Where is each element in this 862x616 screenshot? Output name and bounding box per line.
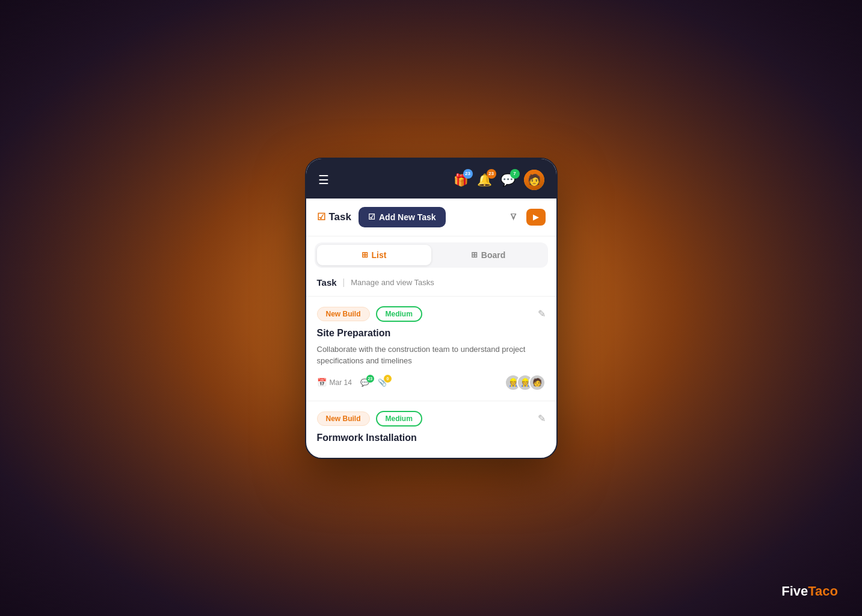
comment-badge: 23 — [366, 375, 374, 383]
task-checkbox-icon: ☑ — [317, 211, 325, 223]
avatar[interactable]: 🧑 — [524, 170, 544, 190]
bell-icon-wrapper[interactable]: 🔔 23 — [477, 173, 492, 187]
calendar-icon: 📅 — [317, 378, 327, 387]
bell-badge: 23 — [487, 169, 496, 179]
task-card: New Build Medium ✎ Formwork Installation — [306, 401, 556, 458]
avatar-inner: 🧑 — [524, 170, 544, 190]
add-new-task-button[interactable]: ☑ Add New Task — [359, 207, 446, 227]
header-icons: 🎁 23 🔔 23 💬 7 🧑 — [454, 170, 544, 190]
hamburger-icon[interactable]: ☰ — [318, 173, 329, 187]
task-assignee-avatars: 👷 👷 🧑 — [505, 374, 546, 391]
tag-medium: Medium — [376, 411, 422, 427]
gift-icon-wrapper[interactable]: 🎁 23 — [454, 173, 469, 187]
board-tab-label: Board — [481, 250, 505, 260]
filter-icon[interactable]: ⛛ — [509, 211, 519, 223]
page-subtitle-main: Task — [317, 277, 337, 288]
brand-taco: Taco — [808, 584, 838, 599]
task-card: New Build Medium ✎ Site Preparation Coll… — [306, 297, 556, 401]
view-tabs: ⊞ List ⊞ Board — [315, 242, 548, 268]
add-new-task-label: Add New Task — [379, 212, 436, 222]
subtitle-divider: | — [343, 277, 345, 287]
task-date-text: Mar 14 — [330, 378, 352, 387]
video-icon: ▶ — [533, 212, 539, 221]
assignee-avatar-3: 🧑 — [529, 374, 546, 391]
edit-icon[interactable]: ✎ — [538, 413, 546, 424]
task-list: New Build Medium ✎ Site Preparation Coll… — [306, 297, 556, 458]
task-date: 📅 Mar 14 — [317, 378, 352, 387]
gift-badge: 23 — [463, 169, 473, 179]
tag-medium: Medium — [376, 306, 422, 322]
tab-list[interactable]: ⊞ List — [317, 245, 431, 265]
phone-frame: ☰ 🎁 23 🔔 23 💬 7 🧑 ☑ Task — [305, 158, 558, 459]
task-attachments[interactable]: 📎 0 — [378, 378, 387, 387]
tag-new-build: New Build — [317, 307, 370, 321]
page-subtitle: Task | Manage and view Tasks — [306, 274, 556, 297]
list-tab-label: List — [372, 250, 387, 260]
tab-board[interactable]: ⊞ Board — [431, 245, 546, 265]
board-tab-icon: ⊞ — [471, 250, 478, 259]
task-footer: 📅 Mar 14 💬 23 📎 0 👷 👷 🧑 — [317, 374, 546, 391]
add-task-btn-icon: ☑ — [368, 212, 375, 221]
edit-icon[interactable]: ✎ — [538, 308, 546, 319]
task-title: Site Preparation — [317, 328, 546, 339]
task-card-header: New Build Medium ✎ — [317, 411, 546, 427]
fivetaco-branding: FiveTaco — [781, 584, 838, 599]
task-comments[interactable]: 💬 23 — [360, 378, 369, 387]
video-button[interactable]: ▶ — [526, 209, 546, 226]
task-label: ☑ Task — [317, 211, 352, 223]
toolbar: ☑ Task ☑ Add New Task ⛛ ▶ — [306, 199, 556, 236]
chat-icon-wrapper[interactable]: 💬 7 — [500, 173, 516, 187]
tag-new-build: New Build — [317, 411, 370, 426]
app-header: ☰ 🎁 23 🔔 23 💬 7 🧑 — [306, 159, 556, 199]
task-title: Formwork Installation — [317, 433, 546, 443]
attach-badge: 0 — [384, 375, 392, 383]
list-tab-icon: ⊞ — [362, 250, 368, 259]
brand-five: Five — [781, 584, 808, 599]
task-label-text: Task — [329, 211, 352, 223]
task-desc: Collaborate with the construction team t… — [317, 343, 546, 367]
page-subtitle-desc: Manage and view Tasks — [351, 278, 434, 287]
chat-badge: 7 — [510, 169, 520, 179]
task-card-header: New Build Medium ✎ — [317, 306, 546, 322]
